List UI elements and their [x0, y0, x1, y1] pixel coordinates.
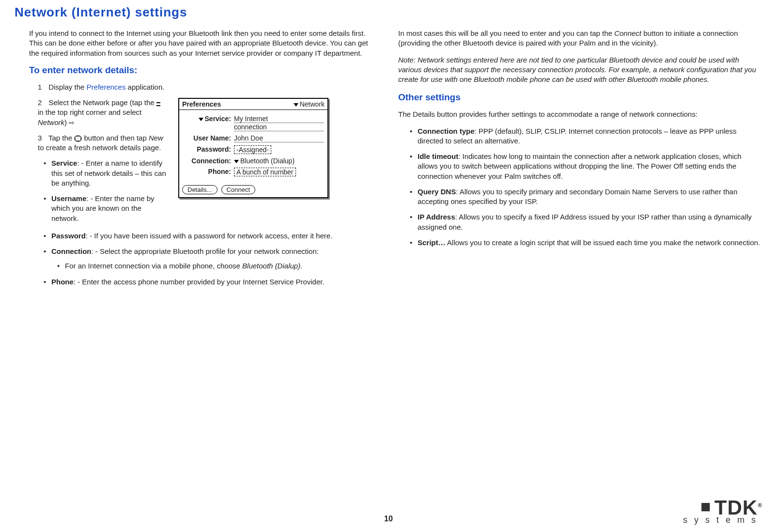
other-idle-timeout: Idle timeout: Indicates how long to main…: [418, 152, 762, 181]
right-p1-connect: Connect: [614, 29, 641, 37]
ip-text: : Allows you to specify a fixed IP Addre…: [418, 213, 752, 231]
dropdown-corner-icon: [156, 101, 163, 106]
right-column: In most cases this will be all you need …: [398, 29, 762, 293]
field-service-label: Service: [51, 159, 77, 167]
step-1-text-a: Display the: [48, 83, 86, 91]
intro-paragraph: If you intend to connect to the Internet…: [15, 29, 379, 58]
step-2-text-d: ): [64, 118, 69, 126]
palm-service-value-1[interactable]: My Internet: [234, 115, 324, 123]
palm-header-title: Preferences: [182, 100, 221, 108]
step-1-text-b: application.: [125, 83, 164, 91]
logo-registered-icon: ®: [758, 502, 762, 509]
other-connection-type: Connection type: PPP (default), SLIP, CS…: [418, 126, 762, 146]
page-number: 10: [384, 515, 393, 523]
step-3-text-d: to create a fresh network details page.: [38, 143, 161, 152]
palm-header-right-label: Network: [300, 100, 325, 108]
connection-sub-c: .: [300, 262, 302, 270]
palm-screenshot: Preferences Network Service: My Internet…: [178, 98, 328, 198]
ip-label: IP Address: [418, 213, 455, 221]
dns-label: Query DNS: [418, 188, 456, 196]
step-3-text-a: Tap the: [48, 134, 74, 142]
connection-sub-a: For an Internet connection via a mobile …: [65, 262, 242, 270]
palm-password-value[interactable]: -Assigned-: [234, 145, 271, 154]
menu-button-icon: [74, 135, 82, 142]
idle-label: Idle timeout: [418, 152, 458, 160]
field-password: Password: - If you have been issued with…: [51, 231, 379, 241]
step-3-text-b: button and then tap: [82, 134, 149, 142]
palm-service-value-2[interactable]: connection: [234, 123, 324, 131]
preferences-link[interactable]: Preferences: [87, 83, 126, 91]
ct-label: Connection type: [418, 127, 475, 135]
field-phone-label: Phone: [51, 278, 74, 286]
palm-phone-label: Phone:: [183, 168, 234, 175]
service-dropdown-icon: [199, 118, 203, 121]
connection-dropdown-icon: [234, 160, 239, 163]
right-p1-a: In most cases this will be all you need …: [398, 29, 614, 37]
field-connection-sub: For an Internet connection via a mobile …: [65, 261, 379, 271]
palm-connection-label: Connection:: [183, 157, 234, 165]
field-password-text: : - If you have been issued with a passw…: [86, 232, 332, 240]
section-heading-enter-details: To enter network details:: [15, 65, 379, 76]
field-username-label: Username: [51, 194, 87, 203]
page-title: Network (Internet) settings: [15, 5, 762, 20]
connection-sub-b: Bluetooth (Dialup): [242, 262, 300, 270]
step-2-text-a: Select the Network page (tap the: [48, 98, 156, 107]
connect-button[interactable]: Connect: [221, 185, 255, 194]
right-arrow-icon: ⇨: [69, 119, 75, 126]
field-connection: Connection: - Select the appropriate Blu…: [51, 247, 379, 271]
palm-service-label: Service:: [205, 115, 231, 123]
idle-text: : Indicates how long to maintain the con…: [418, 152, 742, 180]
other-script: Script… Allows you to create a login scr…: [418, 238, 762, 248]
step-3-number: 3: [38, 133, 47, 143]
script-label: Script…: [418, 238, 446, 247]
left-column: If you intend to connect to the Internet…: [15, 29, 379, 293]
palm-username-label: User Name:: [183, 134, 234, 142]
step-2-number: 2: [38, 98, 47, 108]
palm-password-label: Password:: [183, 145, 234, 153]
field-username: Username: - Enter the name by which you …: [51, 194, 170, 223]
script-text: Allows you to create a login script that…: [446, 238, 761, 247]
field-phone-text: : - Enter the access phone number provid…: [74, 278, 325, 286]
palm-connection-value[interactable]: Bluetooth (Dialup): [234, 157, 295, 165]
field-password-label: Password: [51, 232, 86, 240]
other-ip-address: IP Address: Allows you to specify a fixe…: [418, 212, 762, 232]
field-phone: Phone: - Enter the access phone number p…: [51, 277, 379, 287]
other-query-dns: Query DNS: Allows you to specify primary…: [418, 187, 762, 207]
right-note: Note: Network settings entered here are …: [398, 55, 762, 85]
field-service: Service: - Enter a name to identify this…: [51, 158, 170, 188]
field-connection-text: : - Select the appropriate Bluetooth pro…: [92, 247, 319, 255]
tdk-logo: ◆TDK® systems: [674, 499, 762, 525]
section-heading-other: Other settings: [398, 92, 762, 103]
palm-connection-text: Bluetooth (Dialup): [240, 157, 295, 165]
palm-username-value[interactable]: John Doe: [234, 134, 324, 142]
step-1: 1 Display the Preferences application.: [38, 82, 379, 92]
right-p1: In most cases this will be all you need …: [398, 29, 762, 48]
logo-diamond-icon: ◆: [698, 498, 715, 516]
step-3: 3 Tap the button and then tap New to cre…: [38, 133, 170, 153]
dropdown-triangle-icon: [294, 103, 298, 107]
palm-phone-value[interactable]: A bunch of number: [234, 168, 296, 176]
step-1-number: 1: [38, 82, 47, 92]
right-p2: The Details button provides further sett…: [398, 110, 762, 119]
step-2-network-word: Network: [38, 118, 64, 126]
field-connection-label: Connection: [51, 247, 92, 255]
details-button[interactable]: Details...: [182, 185, 218, 194]
logo-sub-text: systems: [674, 515, 762, 525]
palm-header-dropdown[interactable]: Network: [294, 100, 325, 108]
step-2: 2 Select the Network page (tap the in th…: [38, 98, 170, 127]
dns-text: : Allows you to specify primary and seco…: [418, 188, 737, 205]
step-2-text-b: in the top right corner and select: [38, 108, 141, 116]
step-3-new-word: New: [149, 134, 163, 142]
